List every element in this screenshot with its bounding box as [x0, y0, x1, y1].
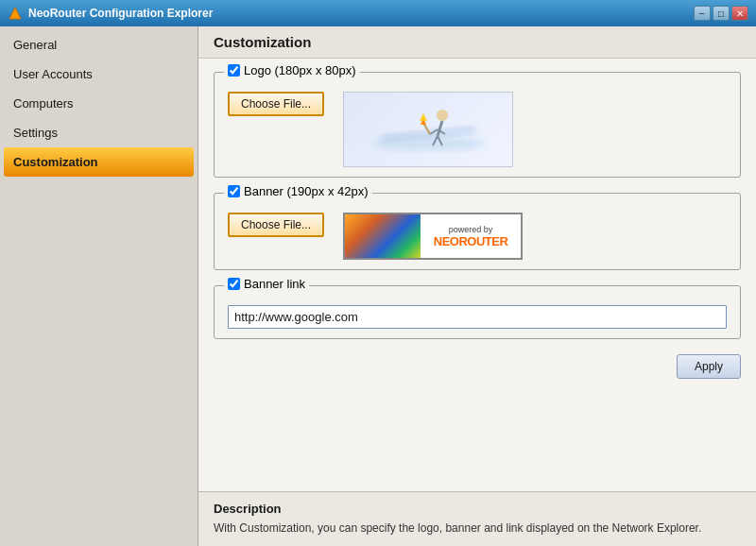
window-title: NeoRouter Configuration Explorer: [28, 7, 694, 20]
logo-preview: [343, 92, 513, 167]
banner-preview: powered by NEOROUTER: [343, 213, 523, 260]
banner-link-checkbox[interactable]: [228, 278, 240, 290]
banner-powered-by-text: powered by: [449, 225, 493, 234]
banner-checkbox-label[interactable]: Banner (190px x 42px): [228, 184, 369, 198]
logo-checkbox[interactable]: [228, 64, 240, 77]
sidebar-item-settings[interactable]: Settings: [0, 118, 198, 147]
banner-section-content: Choose File... powered by NEOROUTER: [228, 213, 727, 260]
content-area: Customization Logo (180px x 80px) Choose…: [198, 26, 756, 546]
banner-link-input[interactable]: [228, 305, 727, 329]
app-container: General User Accounts Computers Settings…: [0, 26, 756, 546]
banner-link-section: Banner link: [214, 285, 741, 339]
sidebar-item-user-accounts[interactable]: User Accounts: [0, 60, 198, 89]
banner-link-checkbox-label[interactable]: Banner link: [228, 277, 305, 291]
logo-legend: Logo (180px x 80px): [224, 63, 360, 77]
banner-section: Banner (190px x 42px) Choose File... pow…: [214, 193, 741, 270]
banner-label-text: Banner (190px x 42px): [244, 184, 369, 198]
logo-section-content: Choose File...: [228, 92, 727, 167]
close-window-button[interactable]: ✕: [731, 6, 748, 21]
content-header: Customization: [198, 26, 756, 59]
description-title: Description: [214, 502, 741, 516]
sidebar: General User Accounts Computers Settings…: [0, 26, 198, 546]
page-title: Customization: [214, 34, 741, 50]
sidebar-item-general[interactable]: General: [0, 30, 198, 60]
window-controls: − □ ✕: [694, 6, 748, 21]
app-icon: [8, 6, 23, 21]
banner-checkbox[interactable]: [228, 185, 240, 197]
minimize-button[interactable]: −: [694, 6, 711, 21]
banner-art-left: [345, 214, 421, 258]
apply-button[interactable]: Apply: [677, 354, 741, 379]
logo-section: Logo (180px x 80px) Choose File...: [214, 72, 741, 178]
logo-checkbox-label[interactable]: Logo (180px x 80px): [228, 63, 356, 77]
logo-image: [352, 96, 504, 162]
banner-brand-text: NEOROUTER: [434, 234, 508, 248]
description-text: With Customization, you can specify the …: [214, 520, 741, 537]
apply-row: Apply: [214, 354, 741, 379]
banner-link-input-row: [228, 305, 727, 329]
svg-marker-11: [420, 113, 427, 121]
sidebar-item-customization[interactable]: Customization: [4, 147, 194, 177]
svg-point-3: [437, 110, 448, 121]
banner-link-label-text: Banner link: [244, 277, 305, 291]
description-section: Description With Customization, you can …: [198, 491, 756, 546]
banner-link-legend: Banner link: [224, 277, 309, 291]
logo-label-text: Logo (180px x 80px): [244, 63, 356, 77]
sidebar-item-computers[interactable]: Computers: [0, 89, 198, 118]
maximize-button[interactable]: □: [713, 6, 730, 21]
banner-legend: Banner (190px x 42px): [224, 184, 372, 198]
svg-marker-0: [9, 8, 21, 19]
title-bar: NeoRouter Configuration Explorer − □ ✕: [0, 0, 756, 26]
logo-choose-file-button[interactable]: Choose File...: [228, 92, 324, 116]
banner-choose-file-button[interactable]: Choose File...: [228, 213, 324, 237]
content-body: Logo (180px x 80px) Choose File...: [198, 59, 756, 491]
banner-art-right: powered by NEOROUTER: [421, 221, 521, 252]
